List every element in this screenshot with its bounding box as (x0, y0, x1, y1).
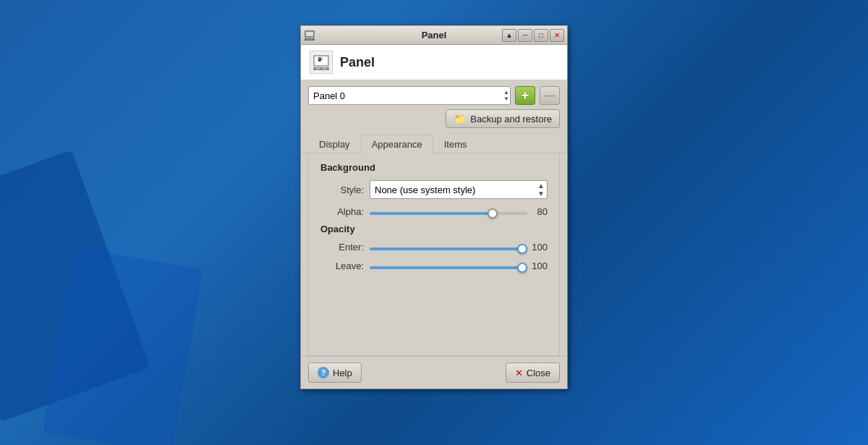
enter-row: Enter: 100 (320, 240, 548, 253)
window-btn-up[interactable]: ▲ (502, 29, 516, 42)
panel-select-wrapper: Panel 0 Panel 1 ▲ ▼ (308, 86, 511, 105)
window-maximize-btn[interactable]: □ (534, 29, 548, 42)
svg-rect-3 (307, 39, 309, 40)
content-area: Background Style: None (use system style… (308, 153, 560, 356)
svg-rect-4 (310, 39, 312, 40)
help-button[interactable]: ? Help (308, 363, 362, 383)
background-section-title: Background (320, 162, 548, 173)
alpha-label: Alpha: (320, 206, 364, 217)
window-close-btn[interactable]: ✕ (550, 29, 564, 42)
window-footer: ? Help ✕ Close (301, 356, 567, 389)
panel-remove-button[interactable]: — (540, 86, 560, 105)
panel-select[interactable]: Panel 0 Panel 1 (308, 86, 511, 105)
tab-appearance[interactable]: Appearance (361, 135, 433, 153)
titlebar: Panel ▲ ─ □ ✕ (301, 26, 567, 45)
tab-display[interactable]: Display (308, 135, 361, 153)
enter-label: Enter: (320, 242, 364, 253)
select-arrow-down: ▼ (503, 96, 509, 102)
alpha-slider[interactable] (370, 212, 527, 215)
window-minimize-btn[interactable]: ─ (518, 29, 532, 42)
enter-value: 100 (527, 242, 548, 253)
enter-slider-container (370, 240, 527, 253)
style-label: Style: (320, 185, 364, 195)
select-arrow-up: ▲ (503, 90, 509, 96)
header-title: Panel (340, 55, 375, 70)
svg-rect-8 (316, 68, 320, 69)
svg-rect-6 (313, 67, 329, 70)
style-select-wrapper: None (use system style) Solid color Grad… (370, 180, 548, 199)
close-label: Close (527, 368, 550, 378)
backup-icon: 📁 (454, 113, 466, 124)
backup-restore-button[interactable]: 📁 Backup and restore (446, 109, 560, 128)
alpha-value: 80 (527, 206, 548, 217)
window-icon (304, 30, 315, 41)
window-title: Panel (422, 30, 447, 41)
svg-point-11 (320, 59, 321, 60)
svg-rect-1 (305, 38, 315, 41)
svg-rect-9 (323, 68, 326, 69)
window-header: Panel (301, 45, 567, 80)
close-icon: ✕ (515, 368, 523, 378)
panel-add-button[interactable]: + (515, 86, 535, 105)
svg-rect-2 (306, 32, 313, 36)
leave-row: Leave: 100 (320, 259, 548, 272)
backup-label: Backup and restore (470, 114, 552, 124)
enter-slider[interactable] (370, 247, 527, 250)
alpha-slider-container (370, 205, 527, 218)
style-row: Style: None (use system style) Solid col… (320, 180, 548, 199)
style-select[interactable]: None (use system style) Solid color Grad… (370, 180, 548, 199)
tabs-row: Display Appearance Items (301, 134, 567, 153)
panel-window: Panel ▲ ─ □ ✕ Panel (300, 25, 568, 389)
svg-point-10 (319, 59, 320, 60)
select-arrows: ▲ ▼ (503, 87, 509, 104)
opacity-section-title: Opacity (320, 224, 548, 234)
panel-selector-row: Panel 0 Panel 1 ▲ ▼ + — (301, 80, 567, 108)
close-button[interactable]: ✕ Close (506, 363, 560, 383)
window-controls: ▲ ─ □ ✕ (502, 29, 564, 42)
help-label: Help (333, 368, 352, 378)
leave-value: 100 (527, 260, 548, 271)
leave-label: Leave: (320, 260, 364, 271)
leave-slider-container (370, 259, 527, 272)
alpha-row: Alpha: 80 (320, 205, 548, 218)
tab-items[interactable]: Items (433, 135, 478, 153)
backup-row: 📁 Backup and restore (301, 108, 567, 134)
leave-slider[interactable] (370, 266, 527, 269)
help-icon: ? (318, 367, 329, 378)
header-icon (310, 51, 333, 74)
